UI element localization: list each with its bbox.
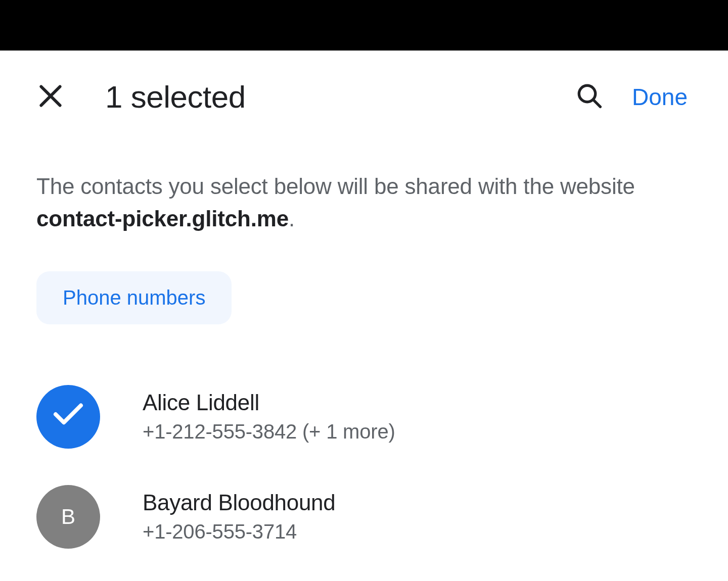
contact-phone: +1-206-555-3714 [143,520,335,543]
contact-name: Bayard Bloodhound [143,490,335,515]
svg-line-3 [594,100,601,107]
contact-avatar-selected [36,385,100,449]
contact-row[interactable]: Alice Liddell +1-212-555-3842 (+ 1 more) [36,367,692,467]
contact-phone: +1-212-555-3842 (+ 1 more) [143,420,395,443]
contact-row[interactable]: B Bayard Bloodhound +1-206-555-3714 [36,467,692,567]
share-description: The contacts you select below will be sh… [36,137,692,259]
header: 1 selected Done [36,51,692,137]
contact-list: Alice Liddell +1-212-555-3842 (+ 1 more)… [36,349,692,567]
filter-chip-phone-numbers[interactable]: Phone numbers [36,271,232,324]
search-button[interactable] [575,83,604,111]
close-icon [36,82,65,112]
avatar-initial: B [61,505,75,529]
status-bar [0,0,728,51]
search-icon [576,82,603,112]
check-icon [53,403,83,431]
contact-name: Alice Liddell [143,390,395,415]
contact-avatar: B [36,485,100,549]
close-button[interactable] [36,83,65,111]
done-button[interactable]: Done [632,83,692,111]
website-name: contact-picker.glitch.me [36,206,289,231]
selection-count-title: 1 selected [105,79,535,115]
